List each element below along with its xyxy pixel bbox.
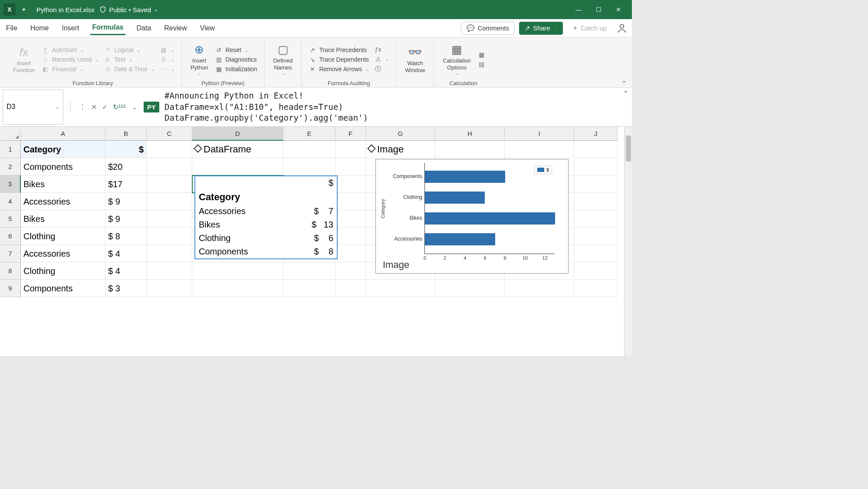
reset-button[interactable]: ↺Reset⌄ [213, 46, 259, 54]
autosum-button[interactable]: ∑AutoSum⌄ [40, 46, 100, 54]
save-status-dropdown-icon[interactable]: ⌄ [154, 7, 158, 13]
dataframe-spill-card[interactable]: $ Category Accessories$ 7 Bikes$ 13 Clot… [194, 175, 338, 259]
cell[interactable]: Bikes [21, 210, 105, 228]
text-button[interactable]: AText⌄ [102, 55, 156, 64]
math-trig-button[interactable]: θ⌄ [158, 55, 176, 64]
trace-dependents-button[interactable]: ↘Trace Dependents [307, 55, 371, 64]
spreadsheet-grid[interactable]: A B C D E F G H I J 1 Category $ DataFra… [0, 127, 624, 356]
chevron-down-icon[interactable]: ⌄ [130, 103, 138, 111]
name-box[interactable]: D3⌄ [3, 89, 63, 125]
catch-up-button[interactable]: ✦Catch up [567, 22, 612, 34]
expand-formula-bar-icon[interactable]: ⌃ [619, 88, 632, 126]
cell[interactable]: Clothing [21, 262, 105, 280]
col-header-I[interactable]: I [505, 127, 574, 141]
row-header[interactable]: 4 [0, 193, 21, 210]
date-time-button[interactable]: ◷Date & Time⌄ [102, 65, 156, 73]
cell[interactable] [335, 141, 366, 158]
cell[interactable]: $17 [105, 175, 147, 193]
cell[interactable] [435, 141, 505, 158]
col-header-F[interactable]: F [335, 127, 366, 141]
more-functions-button[interactable]: ⋯⌄ [158, 65, 176, 73]
defined-names-button[interactable]: ▢Defined Names⌄ [270, 40, 296, 79]
cell[interactable]: Accessories [21, 193, 105, 210]
row-header[interactable]: 8 [0, 262, 21, 280]
tab-review[interactable]: Review [162, 22, 188, 35]
trace-precedents-button[interactable]: ↗Trace Precedents [307, 46, 371, 54]
row-header[interactable]: 9 [0, 280, 21, 297]
tab-home[interactable]: Home [29, 22, 51, 35]
show-formulas-button[interactable]: ƒx [372, 45, 391, 54]
cell[interactable]: Components [21, 158, 105, 175]
qat-dropdown-icon[interactable]: ▾ [23, 7, 25, 13]
cancel-icon[interactable]: ✕ [90, 103, 98, 111]
select-all-corner[interactable] [0, 127, 21, 141]
error-checking-button[interactable]: ⚠⌄ [372, 55, 391, 63]
share-button[interactable]: ↗Share⌄ [519, 22, 563, 35]
col-header-D[interactable]: D [192, 127, 283, 141]
diagnostics-button[interactable]: ▥Diagnostics [213, 55, 259, 64]
calc-now-button[interactable]: ▦ [476, 50, 487, 59]
watch-window-button[interactable]: 👓Watch Window [401, 40, 428, 79]
vertical-scrollbar[interactable] [624, 127, 632, 356]
user-avatar-icon[interactable] [616, 23, 628, 34]
row-header[interactable]: 1 [0, 141, 21, 158]
cell[interactable]: $ 9 [105, 193, 147, 210]
col-header-J[interactable]: J [574, 127, 618, 141]
col-header-G[interactable]: G [366, 127, 435, 141]
lookup-ref-button[interactable]: ▦⌄ [158, 46, 176, 54]
formula-input[interactable]: #Announcing Python in Excel! DataFrame=x… [159, 88, 619, 126]
col-header-C[interactable]: C [147, 127, 192, 141]
minimize-button[interactable]: — [569, 0, 589, 19]
cell[interactable]: Accessories [21, 245, 105, 262]
cell[interactable] [574, 141, 618, 158]
tab-formulas[interactable]: Formulas [90, 21, 125, 35]
initialization-button[interactable]: ▦Initialization [213, 65, 259, 73]
remove-arrows-button[interactable]: ✕Remove Arrows⌄ [307, 65, 371, 73]
cell[interactable] [147, 141, 192, 158]
insert-function-button[interactable]: fxInsert Function [10, 40, 38, 79]
cell[interactable]: Components [21, 280, 105, 297]
cell[interactable]: $ 4 [105, 245, 147, 262]
sensitivity-label[interactable]: Public [109, 6, 127, 13]
col-header-A[interactable]: A [21, 127, 105, 141]
cell[interactable]: $20 [105, 158, 147, 175]
cell[interactable]: $ 9 [105, 210, 147, 228]
calc-sheet-button[interactable]: ▤ [476, 60, 487, 69]
cell[interactable]: Category [21, 141, 105, 158]
scrollbar-thumb[interactable] [626, 135, 631, 162]
cell[interactable]: $ 3 [105, 280, 147, 297]
col-header-H[interactable]: H [435, 127, 505, 141]
image-chart-card[interactable]: Category $ ComponentsClothingBikesAccess… [375, 159, 569, 274]
tab-file[interactable]: File [4, 22, 19, 35]
tab-view[interactable]: View [198, 22, 217, 35]
insert-python-button[interactable]: ⊕Insert Python⌄ [187, 40, 211, 79]
row-header[interactable]: 7 [0, 245, 21, 262]
row-header[interactable]: 2 [0, 158, 21, 175]
financial-button[interactable]: ◧Financial⌄ [40, 65, 100, 73]
cell[interactable]: Clothing [21, 228, 105, 245]
row-header[interactable]: 6 [0, 228, 21, 245]
enter-icon[interactable]: ✓ [101, 103, 109, 111]
comments-button[interactable]: 💬Comments [461, 22, 515, 35]
cell[interactable]: $ 4 [105, 262, 147, 280]
recently-used-button[interactable]: ☆Recently Used⌄ [40, 55, 100, 64]
python-output-icon[interactable]: ↻¹²³ [112, 103, 127, 111]
collapse-ribbon-icon[interactable]: ⌄ [621, 77, 627, 84]
cell[interactable]: $ [105, 141, 147, 158]
more-icon[interactable]: ⋮ [78, 103, 87, 111]
maximize-button[interactable]: ☐ [589, 0, 608, 19]
close-button[interactable]: ✕ [608, 0, 628, 19]
cell[interactable] [283, 141, 335, 158]
evaluate-formula-button[interactable]: ⓕ [372, 64, 391, 74]
logical-button[interactable]: ?Logical⌄ [102, 46, 156, 54]
tab-data[interactable]: Data [135, 22, 153, 35]
cell[interactable]: DataFrame [192, 141, 283, 158]
cell[interactable]: Bikes [21, 175, 105, 193]
cell[interactable]: $ 8 [105, 228, 147, 245]
cell[interactable] [505, 141, 574, 158]
col-header-B[interactable]: B [105, 127, 147, 141]
cell[interactable]: Image [366, 141, 435, 158]
tab-insert[interactable]: Insert [60, 22, 81, 35]
row-header[interactable]: 5 [0, 210, 21, 228]
row-header[interactable]: 3 [0, 175, 21, 193]
